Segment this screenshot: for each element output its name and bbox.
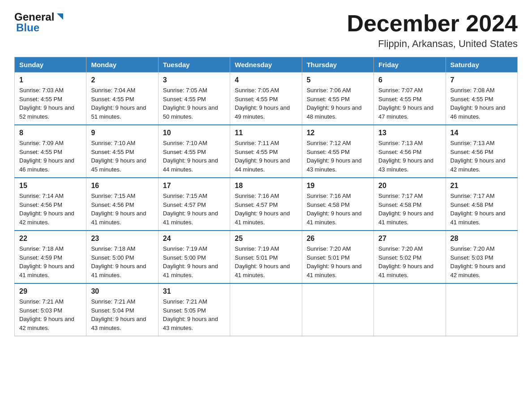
table-row: 27Sunrise: 7:20 AMSunset: 5:02 PMDayligh… (374, 231, 446, 283)
day-info: Sunrise: 7:21 AMSunset: 5:05 PMDaylight:… (163, 298, 218, 331)
page-title: December 2024 (347, 11, 518, 36)
day-number: 18 (235, 182, 297, 190)
col-sunday: Sunday (15, 57, 86, 73)
day-number: 3 (163, 76, 225, 84)
day-number: 11 (235, 129, 297, 137)
table-row: 15Sunrise: 7:14 AMSunset: 4:56 PMDayligh… (15, 178, 86, 231)
table-row: 8Sunrise: 7:09 AMSunset: 4:55 PMDaylight… (15, 125, 86, 178)
table-row: 4Sunrise: 7:05 AMSunset: 4:55 PMDaylight… (230, 73, 302, 125)
table-row: 1Sunrise: 7:03 AMSunset: 4:55 PMDaylight… (15, 73, 86, 125)
day-info: Sunrise: 7:16 AMSunset: 4:58 PMDaylight:… (307, 193, 362, 226)
day-info: Sunrise: 7:21 AMSunset: 5:04 PMDaylight:… (91, 298, 146, 331)
table-row: 31Sunrise: 7:21 AMSunset: 5:05 PMDayligh… (158, 283, 230, 336)
col-friday: Friday (374, 57, 446, 73)
table-row (374, 283, 446, 336)
table-row (446, 283, 517, 336)
day-number: 19 (307, 182, 369, 190)
table-row: 9Sunrise: 7:10 AMSunset: 4:55 PMDaylight… (86, 125, 158, 178)
table-row: 20Sunrise: 7:17 AMSunset: 4:58 PMDayligh… (374, 178, 446, 231)
day-info: Sunrise: 7:16 AMSunset: 4:57 PMDaylight:… (235, 193, 290, 226)
day-info: Sunrise: 7:09 AMSunset: 4:55 PMDaylight:… (19, 140, 74, 173)
day-info: Sunrise: 7:13 AMSunset: 4:56 PMDaylight:… (378, 140, 433, 173)
calendar-week-row: 1Sunrise: 7:03 AMSunset: 4:55 PMDaylight… (15, 73, 518, 125)
col-thursday: Thursday (302, 57, 373, 73)
table-row: 25Sunrise: 7:19 AMSunset: 5:01 PMDayligh… (230, 231, 302, 283)
table-row: 28Sunrise: 7:20 AMSunset: 5:03 PMDayligh… (446, 231, 517, 283)
table-row: 13Sunrise: 7:13 AMSunset: 4:56 PMDayligh… (374, 125, 446, 178)
logo-triangle-icon (55, 12, 65, 21)
day-number: 15 (19, 182, 82, 190)
day-info: Sunrise: 7:14 AMSunset: 4:56 PMDaylight:… (19, 193, 74, 226)
day-info: Sunrise: 7:10 AMSunset: 4:55 PMDaylight:… (163, 140, 218, 173)
table-row: 17Sunrise: 7:15 AMSunset: 4:57 PMDayligh… (158, 178, 230, 231)
logo-blue-text: Blue (16, 21, 39, 34)
calendar-week-row: 8Sunrise: 7:09 AMSunset: 4:55 PMDaylight… (15, 125, 518, 178)
day-number: 21 (450, 182, 513, 190)
day-number: 24 (163, 235, 225, 243)
table-row (230, 283, 302, 336)
day-info: Sunrise: 7:11 AMSunset: 4:55 PMDaylight:… (235, 140, 290, 173)
day-number: 9 (91, 129, 153, 137)
day-info: Sunrise: 7:17 AMSunset: 4:58 PMDaylight:… (378, 193, 433, 226)
day-info: Sunrise: 7:10 AMSunset: 4:55 PMDaylight:… (91, 140, 146, 173)
table-row: 16Sunrise: 7:15 AMSunset: 4:56 PMDayligh… (86, 178, 158, 231)
day-number: 4 (235, 76, 297, 84)
day-info: Sunrise: 7:15 AMSunset: 4:56 PMDaylight:… (91, 193, 146, 226)
table-row (302, 283, 373, 336)
calendar-header-row: Sunday Monday Tuesday Wednesday Thursday… (15, 57, 518, 73)
day-info: Sunrise: 7:19 AMSunset: 5:00 PMDaylight:… (163, 245, 218, 278)
day-number: 13 (378, 129, 441, 137)
day-info: Sunrise: 7:21 AMSunset: 5:03 PMDaylight:… (19, 298, 74, 331)
day-info: Sunrise: 7:17 AMSunset: 4:58 PMDaylight:… (450, 193, 506, 226)
day-number: 14 (450, 129, 513, 137)
table-row: 6Sunrise: 7:07 AMSunset: 4:55 PMDaylight… (374, 73, 446, 125)
svg-marker-0 (57, 13, 63, 20)
day-info: Sunrise: 7:18 AMSunset: 5:00 PMDaylight:… (91, 245, 146, 278)
table-row: 14Sunrise: 7:13 AMSunset: 4:56 PMDayligh… (446, 125, 517, 178)
page-header: General Blue December 2024 Flippin, Arka… (14, 11, 518, 50)
col-monday: Monday (86, 57, 158, 73)
table-row: 2Sunrise: 7:04 AMSunset: 4:55 PMDaylight… (86, 73, 158, 125)
day-number: 22 (19, 235, 82, 243)
day-info: Sunrise: 7:08 AMSunset: 4:55 PMDaylight:… (450, 87, 506, 120)
day-info: Sunrise: 7:12 AMSunset: 4:55 PMDaylight:… (307, 140, 362, 173)
day-number: 17 (163, 182, 225, 190)
day-number: 12 (307, 129, 369, 137)
page-subtitle: Flippin, Arkansas, United States (347, 38, 518, 50)
day-info: Sunrise: 7:07 AMSunset: 4:55 PMDaylight:… (378, 87, 433, 120)
day-info: Sunrise: 7:18 AMSunset: 4:59 PMDaylight:… (19, 245, 74, 278)
table-row: 21Sunrise: 7:17 AMSunset: 4:58 PMDayligh… (446, 178, 517, 231)
calendar-week-row: 29Sunrise: 7:21 AMSunset: 5:03 PMDayligh… (15, 283, 518, 336)
day-info: Sunrise: 7:20 AMSunset: 5:03 PMDaylight:… (450, 245, 506, 278)
day-number: 16 (91, 182, 153, 190)
table-row: 3Sunrise: 7:05 AMSunset: 4:55 PMDaylight… (158, 73, 230, 125)
table-row: 30Sunrise: 7:21 AMSunset: 5:04 PMDayligh… (86, 283, 158, 336)
day-number: 29 (19, 287, 82, 295)
day-number: 2 (91, 76, 153, 84)
day-number: 7 (450, 76, 513, 84)
day-number: 10 (163, 129, 225, 137)
calendar-table: Sunday Monday Tuesday Wednesday Thursday… (14, 57, 518, 336)
day-info: Sunrise: 7:15 AMSunset: 4:57 PMDaylight:… (163, 193, 218, 226)
day-number: 31 (163, 287, 225, 295)
day-number: 23 (91, 235, 153, 243)
day-info: Sunrise: 7:20 AMSunset: 5:01 PMDaylight:… (307, 245, 362, 278)
col-wednesday: Wednesday (230, 57, 302, 73)
day-number: 28 (450, 235, 513, 243)
table-row: 23Sunrise: 7:18 AMSunset: 5:00 PMDayligh… (86, 231, 158, 283)
table-row: 7Sunrise: 7:08 AMSunset: 4:55 PMDaylight… (446, 73, 517, 125)
day-number: 8 (19, 129, 82, 137)
day-info: Sunrise: 7:04 AMSunset: 4:55 PMDaylight:… (91, 87, 146, 120)
table-row: 29Sunrise: 7:21 AMSunset: 5:03 PMDayligh… (15, 283, 86, 336)
col-saturday: Saturday (446, 57, 517, 73)
day-number: 20 (378, 182, 441, 190)
table-row: 5Sunrise: 7:06 AMSunset: 4:55 PMDaylight… (302, 73, 373, 125)
day-number: 25 (235, 235, 297, 243)
day-number: 30 (91, 287, 153, 295)
day-number: 27 (378, 235, 441, 243)
table-row: 18Sunrise: 7:16 AMSunset: 4:57 PMDayligh… (230, 178, 302, 231)
table-row: 24Sunrise: 7:19 AMSunset: 5:00 PMDayligh… (158, 231, 230, 283)
logo: General Blue (14, 11, 65, 34)
day-info: Sunrise: 7:20 AMSunset: 5:02 PMDaylight:… (378, 245, 433, 278)
table-row: 10Sunrise: 7:10 AMSunset: 4:55 PMDayligh… (158, 125, 230, 178)
